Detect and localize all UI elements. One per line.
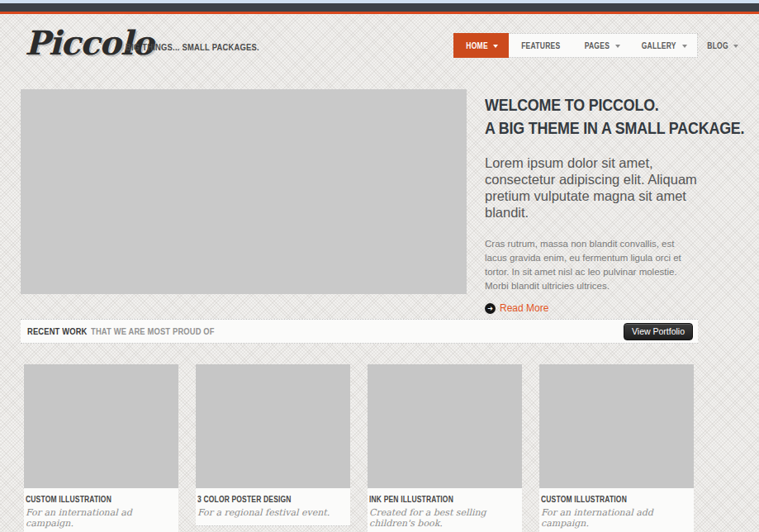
portfolio-caption-1: CUSTOM ILLUSTRATION For an international… — [24, 488, 178, 532]
site-tagline: BIG THINGS... SMALL PACKAGES. — [126, 42, 282, 52]
top-dark-bar — [0, 3, 759, 12]
read-more-label: Read More — [500, 302, 548, 314]
portfolio-item-3: INK PEN ILLUSTRATION Created for a best … — [368, 364, 522, 532]
hero-placeholder-image — [21, 89, 467, 294]
hero-heading-line2: A BIG THEME IN A SMALL PACKAGE. — [485, 116, 744, 140]
page: Piccolo BIG THINGS... SMALL PACKAGES. HO… — [0, 0, 759, 532]
recent-work-title-text: RECENT WORK — [27, 326, 88, 336]
portfolio-caption-2: 3 COLOR POSTER DESIGN For a regional fes… — [196, 488, 350, 526]
portfolio-caption-3: INK PEN ILLUSTRATION Created for a best … — [368, 488, 522, 532]
portfolio-thumbnail-2[interactable] — [196, 364, 350, 488]
nav-item-gallery[interactable]: GALLERY — [629, 34, 697, 57]
portfolio-title-3-text: INK PEN ILLUSTRATION — [369, 495, 453, 504]
arrow-circle-icon: ➜ — [485, 303, 496, 314]
nav-item-blog[interactable]: BLOG — [696, 34, 747, 57]
main-nav: HOME FEATURES PAGES GALLERY BLOG CONTACT — [453, 33, 698, 58]
hero-heading-line1: WELCOME TO PICCOLO. — [485, 93, 659, 116]
nav-item-contact[interactable]: CONTACT — [747, 34, 759, 57]
hero-lead-paragraph: Lorem ipsum dolor sit amet, consectetur … — [485, 154, 698, 221]
portfolio-thumbnail-1[interactable] — [24, 364, 178, 488]
recent-work-subtitle: THAT WE ARE MOST PROUD OF — [91, 326, 236, 336]
portfolio-item-4: CUSTOM ILLUSTRATION For an international… — [539, 364, 694, 532]
nav-item-home[interactable]: HOME — [453, 33, 509, 58]
chevron-down-icon — [733, 45, 738, 48]
top-accent-line — [0, 12, 759, 14]
portfolio-subtitle-3: Created for a best selling children's bo… — [369, 507, 520, 529]
nav-item-features-label: FEATURES — [521, 41, 560, 50]
hero-body-paragraph: Cras rutrum, massa non blandit convallis… — [485, 237, 698, 293]
portfolio-subtitle-2: For a regional festival event. — [197, 507, 349, 518]
chevron-down-icon — [493, 45, 498, 48]
portfolio-caption-4: CUSTOM ILLUSTRATION For an international… — [539, 488, 694, 532]
portfolio-grid: CUSTOM ILLUSTRATION For an international… — [24, 364, 695, 532]
portfolio-thumbnail-4[interactable] — [539, 364, 694, 488]
portfolio-title-1[interactable]: CUSTOM ILLUSTRATION — [26, 495, 177, 504]
chevron-down-icon — [615, 45, 620, 48]
view-portfolio-button[interactable]: View Portfolio — [624, 323, 693, 340]
nav-item-pages[interactable]: PAGES — [573, 34, 629, 57]
chevron-down-icon — [682, 45, 687, 48]
hero-heading: WELCOME TO PICCOLO. A BIG THEME IN A SMA… — [485, 93, 698, 140]
portfolio-thumbnail-3[interactable] — [368, 364, 522, 488]
recent-work-title: RECENT WORK — [27, 326, 97, 336]
nav-item-features[interactable]: FEATURES — [509, 34, 573, 57]
portfolio-item-2: 3 COLOR POSTER DESIGN For a regional fes… — [196, 364, 350, 532]
portfolio-title-4-text: CUSTOM ILLUSTRATION — [541, 495, 627, 504]
recent-work-bar: RECENT WORK THAT WE ARE MOST PROUD OF Vi… — [21, 319, 698, 344]
nav-item-pages-label: PAGES — [584, 41, 609, 50]
portfolio-subtitle-4: For an international add campaign. — [541, 507, 692, 529]
recent-work-subtitle-text: THAT WE ARE MOST PROUD OF — [91, 326, 215, 336]
nav-item-home-label: HOME — [466, 41, 488, 50]
portfolio-title-2[interactable]: 3 COLOR POSTER DESIGN — [197, 495, 349, 504]
nav-item-gallery-label: GALLERY — [641, 41, 676, 50]
site-tagline-text: BIG THINGS... SMALL PACKAGES. — [126, 42, 259, 52]
nav-item-blog-label: BLOG — [707, 41, 728, 50]
portfolio-title-3[interactable]: INK PEN ILLUSTRATION — [369, 495, 520, 504]
hero-text-column: WELCOME TO PICCOLO. A BIG THEME IN A SMA… — [485, 93, 698, 314]
portfolio-subtitle-1: For an international ad campaign. — [26, 507, 177, 529]
portfolio-title-2-text: 3 COLOR POSTER DESIGN — [197, 495, 292, 504]
portfolio-title-4[interactable]: CUSTOM ILLUSTRATION — [541, 495, 692, 504]
portfolio-title-1-text: CUSTOM ILLUSTRATION — [26, 495, 111, 504]
read-more-link[interactable]: ➜ Read More — [485, 302, 548, 314]
portfolio-item-1: CUSTOM ILLUSTRATION For an international… — [24, 364, 178, 532]
